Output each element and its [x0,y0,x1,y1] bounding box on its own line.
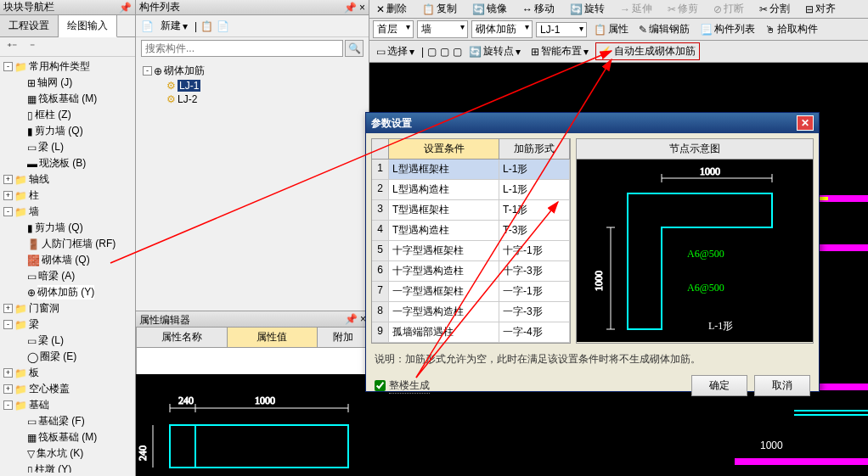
tab-project-settings[interactable]: 工程设置 [0,15,59,36]
tree-toggle[interactable]: - [3,400,13,410]
whole-building-checkbox[interactable]: 整楼生成 [375,378,430,394]
rotate-button[interactable]: 🔄 旋转 [566,1,608,17]
component-tree[interactable]: -⊕砌体加筋 ⚙LJ-1 ⚙LJ-2 [136,59,369,314]
tree-toggle[interactable]: + [3,175,13,184]
search-input[interactable] [141,40,343,57]
table-row[interactable]: 5十字型遇框架柱十字-1形 [372,241,570,261]
align-button[interactable]: ⊟ 对齐 [802,1,839,17]
tree-label[interactable]: 墙 [29,204,39,219]
row-type[interactable]: T-3形 [499,221,570,240]
expand-icon[interactable]: ⁺⁻ [5,40,19,53]
ok-button[interactable]: 确定 [691,375,747,396]
cancel-button[interactable]: 取消 [754,375,810,396]
tree-label[interactable]: 基础 [29,398,49,412]
component-dropdown[interactable]: LJ-1 [536,22,587,37]
copy-icon[interactable]: 📋 [200,20,213,32]
tree-label[interactable]: 集水坑 (K) [37,446,83,461]
tree-toggle[interactable]: + [3,191,13,200]
close-icon[interactable]: 📌 × [345,313,366,325]
row-type[interactable]: 十字-1形 [499,241,570,260]
table-row[interactable]: 7一字型遇框架柱一字-1形 [372,282,570,302]
tree-toggle[interactable]: + [3,368,13,378]
tree-toggle[interactable]: - [3,320,13,329]
component-type-tree[interactable]: -📁常用构件类型 ⊞轴网 (J) ▦筏板基础 (M) ▯框柱 (Z) ▮剪力墙 … [0,57,135,473]
floor-dropdown[interactable]: 首层 [373,20,414,38]
rotate-point-button[interactable]: 🔄 旋转点 ▾ [465,43,524,59]
tree-label[interactable]: 人防门框墙 (RF) [42,237,116,251]
tree-label[interactable]: 现浇板 (B) [39,156,86,171]
delete-button[interactable]: ✕ 删除 [373,1,410,17]
tool-icon[interactable]: ▢ [427,46,437,58]
table-row[interactable]: 2L型遇构造柱L-1形 [372,180,570,200]
tree-label[interactable]: LJ-2 [178,93,197,105]
auto-generate-button[interactable]: ⚡ 自动生成砌体加筋 [595,42,700,60]
tree-label[interactable]: 砌体加筋 (Y) [37,285,94,300]
copy-button[interactable]: 📋 复制 [419,1,460,17]
table-row[interactable]: 9孤墙端部遇柱一字-4形 [372,322,570,343]
row-type[interactable]: T-1形 [499,200,570,220]
tree-toggle[interactable]: - [3,207,13,216]
paste-icon[interactable]: 📄 [217,20,229,32]
row-type[interactable]: 一字-1形 [499,282,570,301]
row-type[interactable]: L-1形 [499,160,570,179]
row-type[interactable]: 十字-3形 [499,261,570,281]
tree-toggle[interactable]: - [3,62,13,71]
table-row[interactable]: 8一字型遇构造柱一字-3形 [372,302,570,322]
table-row[interactable]: 4T型遇构造柱T-3形 [372,221,570,241]
edit-rebar-button[interactable]: ✎ 编辑钢筋 [635,21,693,37]
tree-label[interactable]: 圈梁 (E) [40,350,76,364]
pin-icon[interactable]: 📌 [119,2,132,14]
tree-label[interactable]: LJ-1 [178,80,200,92]
table-row[interactable]: 6十字型遇构造柱十字-3形 [372,261,570,282]
row-type[interactable]: L-1形 [499,180,570,199]
tree-label[interactable]: 柱墩 (Y) [35,462,71,473]
tree-label[interactable]: 空心楼盖 [29,382,70,396]
row-type[interactable]: 一字-3形 [499,302,570,322]
tree-label[interactable]: 梁 (L) [38,333,64,348]
pin-icon[interactable]: 📌 × [344,2,365,14]
tree-label[interactable]: 轴网 (J) [37,76,72,90]
mirror-button[interactable]: 🔄 镜像 [469,1,510,17]
tree-label[interactable]: 常用构件类型 [29,59,90,74]
tree-label[interactable]: 筏板基础 (M) [38,430,97,445]
tree-label[interactable]: 剪力墙 (Q) [35,221,83,235]
type-dropdown[interactable]: 砌体加筋 [471,20,533,38]
dialog-close-button[interactable]: ✕ [797,115,814,131]
tree-label[interactable]: 基础梁 (F) [38,414,85,428]
split-button[interactable]: ✂ 分割 [756,1,793,17]
tree-label[interactable]: 门窗洞 [29,301,59,316]
tree-label[interactable]: 筏板基础 (M) [38,92,97,106]
tree-toggle[interactable]: + [3,304,13,313]
tree-toggle[interactable]: - [143,66,152,76]
tool-icon[interactable]: ▢ [453,46,462,58]
table-row[interactable]: 3T型遇框架柱T-1形 [372,200,570,221]
tree-toggle[interactable]: + [3,384,13,394]
select-button[interactable]: ▭ 选择 ▾ [373,43,418,59]
search-button[interactable]: 🔍 [345,40,364,57]
component-toolbar: 📄 新建 ▾ | 📋 📄 [136,15,369,37]
tree-label[interactable]: 板 [29,366,39,380]
tree-label[interactable]: 梁 (L) [38,140,64,154]
category-dropdown[interactable]: 墙 [417,20,468,38]
tree-label[interactable]: 轴线 [29,172,49,187]
checkbox-input[interactable] [375,380,386,391]
tree-label[interactable]: 砌体墙 (Q) [42,253,90,267]
tab-draw-input[interactable]: 绘图输入 [59,15,117,37]
tree-label[interactable]: 砌体加筋 [164,64,205,78]
tree-label[interactable]: 梁 [29,317,39,332]
tool-icon[interactable]: ▢ [440,46,449,58]
tree-label[interactable]: 暗梁 (A) [38,269,75,283]
props-button[interactable]: 📋 属性 [590,21,632,37]
row-type[interactable]: 一字-4形 [499,322,570,342]
tree-label[interactable]: 框柱 (Z) [35,108,71,122]
dialog-titlebar[interactable]: 参数设置 ✕ [366,113,819,133]
pick-component-button[interactable]: 🖱 拾取构件 [762,21,821,37]
new-button[interactable]: 新建 ▾ [157,18,191,34]
collapse-icon[interactable]: ⁻ [25,40,39,53]
move-button[interactable]: ↔ 移动 [519,1,558,17]
table-row[interactable]: 1L型遇框架柱L-1形 [372,160,570,180]
smart-layout-button[interactable]: ⊞ 智能布置 ▾ [527,43,592,59]
component-list-button[interactable]: 📃 构件列表 [696,21,758,37]
tree-label[interactable]: 剪力墙 (Q) [35,124,83,138]
tree-label[interactable]: 柱 [29,188,39,203]
